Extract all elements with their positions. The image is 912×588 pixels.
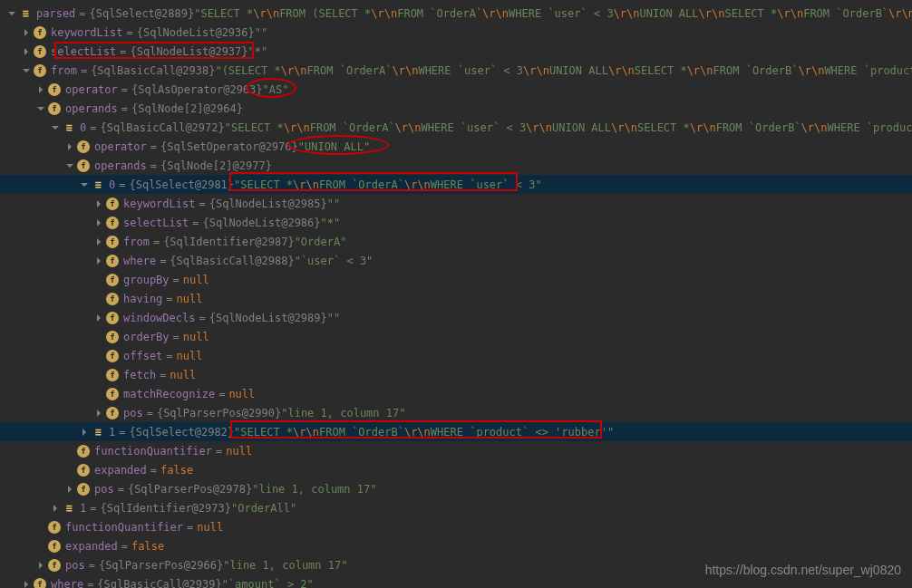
value-string: "SELECT *\r\nFROM (SELECT *\r\nFROM `Ord… bbox=[194, 7, 912, 20]
equals-sign: = bbox=[87, 578, 93, 589]
equals-sign: = bbox=[199, 198, 205, 210]
field-icon: f bbox=[105, 273, 120, 287]
expand-arrow-icon[interactable] bbox=[92, 312, 105, 324]
equals-sign: = bbox=[150, 140, 157, 153]
type-label: {SqlSelect@2981} bbox=[129, 178, 234, 191]
tree-row[interactable]: fpos = {SqlParserPos@2990} "line 1, colu… bbox=[0, 403, 912, 422]
variable-name: 0 bbox=[109, 178, 115, 191]
variable-name: 1 bbox=[109, 426, 115, 439]
field-icon: f bbox=[76, 444, 91, 458]
tree-row[interactable]: foffset = null bbox=[0, 346, 912, 365]
expand-arrow-icon[interactable] bbox=[92, 217, 105, 229]
equals-sign: = bbox=[121, 83, 128, 96]
type-label: {SqlBasicCall@2972} bbox=[100, 121, 224, 134]
tree-row[interactable]: fhaving = null bbox=[0, 289, 912, 308]
equals-sign: = bbox=[187, 521, 193, 534]
expand-arrow-icon[interactable] bbox=[63, 159, 76, 172]
tree-row[interactable]: ffunctionQuantifier = null bbox=[0, 517, 912, 536]
expand-arrow-icon[interactable] bbox=[20, 64, 33, 77]
tree-row[interactable]: forderBy = null bbox=[0, 327, 912, 346]
variable-name: windowDecls bbox=[123, 312, 195, 324]
type-label: {SqlParserPos@2990} bbox=[157, 407, 281, 419]
bool-value: false bbox=[131, 540, 164, 553]
expand-arrow-icon[interactable] bbox=[34, 559, 47, 572]
tree-row[interactable]: ≡parsed = {SqlSelect@2889} "SELECT *\r\n… bbox=[0, 4, 912, 23]
field-icon: f bbox=[76, 140, 91, 154]
variable-name: operands bbox=[94, 159, 147, 172]
field-icon: f bbox=[105, 368, 120, 382]
expand-arrow-icon[interactable] bbox=[34, 102, 47, 115]
tree-row[interactable]: ≡0 = {SqlSelect@2981} "SELECT *\r\nFROM … bbox=[0, 175, 912, 194]
tree-row[interactable]: ≡1 = {SqlSelect@2982} "SELECT *\r\nFROM … bbox=[0, 422, 912, 441]
expand-arrow-icon[interactable] bbox=[63, 483, 76, 496]
equals-sign: = bbox=[121, 540, 128, 553]
tree-row[interactable]: ≡0 = {SqlBasicCall@2972} "SELECT *\r\nFR… bbox=[0, 118, 912, 137]
null-value: null bbox=[183, 274, 209, 286]
tree-row[interactable]: foperator = {SqlSetOperator@2976} "UNION… bbox=[0, 137, 912, 156]
field-icon: f bbox=[47, 101, 62, 116]
tree-row[interactable]: fselectList = {SqlNodeList@2986} "*" bbox=[0, 213, 912, 232]
variable-tree[interactable]: ≡parsed = {SqlSelect@2889} "SELECT *\r\n… bbox=[0, 0, 912, 588]
tree-row[interactable]: fkeywordList = {SqlNodeList@2985} "" bbox=[0, 194, 912, 213]
tree-row[interactable]: fkeywordList = {SqlNodeList@2936} "" bbox=[0, 23, 912, 42]
variable-name: selectList bbox=[123, 217, 189, 229]
tree-row[interactable]: ffunctionQuantifier = null bbox=[0, 441, 912, 460]
tree-row[interactable]: ffetch = null bbox=[0, 365, 912, 384]
tree-row[interactable]: fwhere = {SqlBasicCall@2988} "`user` < 3… bbox=[0, 251, 912, 270]
field-icon: f bbox=[105, 330, 120, 344]
expand-arrow-icon[interactable] bbox=[92, 255, 105, 267]
tree-row[interactable]: fexpanded = false bbox=[0, 536, 912, 555]
value-string: "" bbox=[255, 26, 267, 39]
value-string: "" bbox=[327, 198, 340, 210]
equals-sign: = bbox=[81, 64, 87, 77]
value-string: "`user` < 3" bbox=[295, 255, 374, 267]
expand-arrow-icon[interactable] bbox=[92, 236, 105, 248]
tree-row[interactable]: fgroupBy = null bbox=[0, 270, 912, 289]
tree-row[interactable]: foperands = {SqlNode[2]@2964} bbox=[0, 99, 912, 118]
equals-sign: = bbox=[150, 159, 157, 172]
tree-row[interactable]: fpos = {SqlParserPos@2978} "line 1, colu… bbox=[0, 479, 912, 498]
tree-row[interactable]: foperator = {SqlAsOperator@2963} "AS" bbox=[0, 80, 912, 99]
type-label: {SqlIdentifier@2973} bbox=[100, 502, 231, 515]
tree-row[interactable]: ffrom = {SqlIdentifier@2987} "OrderA" bbox=[0, 232, 912, 251]
expand-arrow-icon[interactable] bbox=[49, 502, 62, 515]
variable-name: operator bbox=[94, 140, 147, 153]
variable-name: 1 bbox=[80, 502, 86, 515]
expand-arrow-icon[interactable] bbox=[5, 7, 18, 20]
type-label: {SqlSelect@2889} bbox=[90, 7, 195, 20]
tree-row[interactable]: fselectList = {SqlNodeList@2937} "*" bbox=[0, 42, 912, 61]
object-icon: ≡ bbox=[91, 425, 105, 439]
type-label: {SqlSetOperator@2976} bbox=[160, 140, 298, 153]
type-label: {SqlNodeList@2985} bbox=[209, 198, 327, 210]
expand-arrow-icon[interactable] bbox=[20, 578, 33, 589]
expand-arrow-icon[interactable] bbox=[20, 45, 33, 58]
type-label: {SqlBasicCall@2938} bbox=[91, 64, 215, 77]
field-icon: f bbox=[47, 558, 62, 573]
tree-row[interactable]: fmatchRecognize = null bbox=[0, 384, 912, 403]
expand-arrow-icon[interactable] bbox=[78, 178, 91, 191]
expand-arrow-icon[interactable] bbox=[63, 140, 76, 153]
field-icon: f bbox=[105, 216, 120, 230]
equals-sign: = bbox=[126, 26, 132, 39]
tree-row[interactable]: foperands = {SqlNode[2]@2977} bbox=[0, 156, 912, 175]
expand-arrow-icon[interactable] bbox=[34, 83, 47, 96]
value-string: "*" bbox=[321, 217, 341, 229]
variable-name: keywordList bbox=[51, 26, 122, 39]
expand-arrow-icon[interactable] bbox=[49, 121, 62, 134]
equals-sign: = bbox=[119, 426, 125, 439]
expand-arrow-icon[interactable] bbox=[20, 26, 33, 39]
equals-sign: = bbox=[166, 293, 172, 305]
tree-row[interactable]: ffrom = {SqlBasicCall@2938} "(SELECT *\r… bbox=[0, 61, 912, 80]
value-string: "OrderAll" bbox=[231, 502, 296, 515]
tree-row[interactable]: fwindowDecls = {SqlNodeList@2989} "" bbox=[0, 308, 912, 327]
type-label: {SqlNode[2]@2964} bbox=[131, 102, 243, 115]
tree-row[interactable]: ≡1 = {SqlIdentifier@2973} "OrderAll" bbox=[0, 498, 912, 517]
expand-arrow-icon[interactable] bbox=[78, 426, 91, 439]
expand-arrow-icon[interactable] bbox=[92, 198, 105, 210]
variable-name: having bbox=[123, 293, 162, 305]
type-label: {SqlSelect@2982} bbox=[129, 426, 234, 439]
null-value: null bbox=[197, 521, 223, 534]
tree-row[interactable]: fexpanded = false bbox=[0, 460, 912, 479]
field-icon: f bbox=[105, 387, 120, 401]
expand-arrow-icon[interactable] bbox=[92, 407, 105, 419]
